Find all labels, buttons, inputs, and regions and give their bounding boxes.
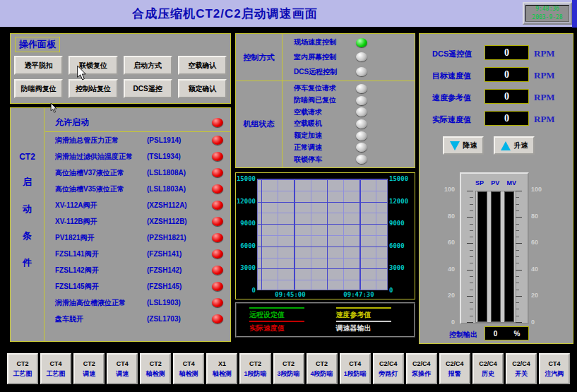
legend-line	[336, 321, 391, 322]
speed-unit: RPM	[534, 48, 555, 59]
speed-value-display: 0	[484, 45, 529, 60]
startup-conditions-list: 允许启动 润滑油总管压力正常 (PSL1914) 润滑油过滤供油温度正常 (TS…	[45, 108, 230, 341]
legend-label: 调速器输出	[336, 323, 405, 333]
speed-trend-chart: 15000120009000600030000 1500012000900060…	[235, 172, 415, 299]
nav-button[interactable]: CT4 工艺图	[40, 353, 71, 384]
gauge-scale-label: 80	[448, 213, 455, 220]
gauge-column-label: SP	[475, 179, 484, 186]
unit-status-label: 机组状态	[236, 81, 282, 167]
condition-label: 润滑油过滤供油温度正常	[55, 152, 147, 162]
status-label: 联锁停车	[294, 155, 356, 165]
nav-button[interactable]: C2/C4 开关	[506, 353, 537, 384]
legend-label: 速度参考值	[336, 310, 405, 320]
x-axis-tick: 09:47:30	[334, 291, 383, 298]
status-lamp	[356, 84, 367, 93]
operation-button[interactable]: 启动方式	[124, 56, 172, 75]
nav-button[interactable]: C2/C4 历史	[472, 353, 504, 384]
y-axis-tick: 0	[389, 287, 393, 294]
gauge-scale-label: 0	[531, 319, 535, 326]
speed-up-button[interactable]: 升速	[494, 136, 535, 155]
nav-button[interactable]: CT2 工艺图	[7, 353, 38, 384]
gauge-scale-label: 100	[444, 186, 455, 193]
operation-button[interactable]: 空载确认	[178, 56, 227, 75]
nav-button[interactable]: C2/C4 报警	[439, 353, 470, 384]
nav-button[interactable]: CT2 调速	[73, 353, 105, 384]
gauge-scale-label: 100	[531, 186, 542, 193]
nav-button[interactable]: CT4 1段防喘	[340, 353, 371, 384]
nav-button[interactable]: CT4 轴检测	[173, 353, 204, 384]
nav-button-unit: CT4	[549, 360, 561, 367]
status-lamp	[212, 184, 223, 194]
speed-down-button[interactable]: 降速	[443, 136, 484, 155]
unit-status-row: 联锁停车	[282, 155, 413, 165]
nav-button-unit: X1	[218, 360, 226, 367]
title-bar: 合成压缩机CT2/C2启动调速画面 9:48:36 2003-9-28	[0, 0, 577, 27]
nav-button-unit: CT4	[183, 360, 195, 367]
operation-panel: 操作面板 透平脱扣 联锁复位 启动方式 空载确认 防喘阀复位 控制站复位 DCS…	[10, 33, 231, 104]
nav-button[interactable]: CT2 轴检测	[140, 353, 171, 384]
nav-button[interactable]: CT4 注汽阀	[539, 353, 570, 384]
nav-button[interactable]: C2/C4 旁路灯	[373, 353, 404, 384]
condition-row: 润滑油高位槽液位正常 (LSL1903)	[45, 295, 230, 311]
gauge-scale-label: 20	[448, 292, 455, 299]
nav-button[interactable]: X1 轴检测	[206, 353, 237, 384]
operation-button[interactable]: 额定确认	[178, 79, 227, 98]
condition-row: XV-112A阀开 (XZSH112A)	[45, 197, 230, 213]
gauge-bar-pv	[491, 191, 501, 322]
operation-button[interactable]: 透平脱扣	[14, 56, 63, 75]
nav-button[interactable]: CT2 4段防喘	[307, 353, 338, 384]
nav-button-page: 报警	[448, 369, 461, 379]
condition-label: 润滑油总管压力正常	[55, 136, 147, 145]
edge-stripe	[572, 0, 577, 28]
operation-button[interactable]: 控制站复位	[69, 79, 117, 98]
status-lamp	[356, 131, 367, 141]
nav-button-unit: C2/C4	[379, 360, 398, 367]
legend-item: 调速器输出	[336, 321, 405, 334]
control-output-label: 控制输出	[449, 330, 477, 340]
control-mode-row: 室内屏幕控制	[282, 52, 413, 62]
gauge-ticks-left	[467, 191, 473, 323]
nav-button-page: 1段防喘	[244, 369, 266, 379]
operation-button[interactable]: 防喘阀复位	[14, 79, 63, 98]
condition-row: FZSL145阀开 (FZSH145)	[45, 278, 230, 295]
gauge-ticks-right	[516, 191, 522, 323]
speed-up-label: 升速	[514, 141, 528, 150]
status-lamp	[212, 266, 223, 275]
nav-button-page: 历史	[482, 369, 494, 379]
nav-button-page: 开关	[515, 369, 528, 379]
nav-button[interactable]: CT4 调速	[107, 353, 138, 384]
nav-button[interactable]: CT2 1段防喘	[239, 353, 270, 384]
y-axis-tick: 6000	[240, 242, 256, 249]
condition-row: PV1821阀开 (PZSH1821)	[45, 230, 230, 246]
y-axis-tick: 6000	[389, 242, 405, 249]
condition-label: 润滑油高位槽液位正常	[55, 298, 147, 308]
nav-button-page: 注汽阀	[545, 369, 564, 379]
allow-start-row: 允许启动	[45, 114, 230, 132]
condition-label: 高位油槽V37液位正常	[55, 168, 147, 178]
status-lamp	[212, 168, 223, 177]
legend-item: 远程设定值	[249, 307, 318, 321]
status-lamp	[212, 152, 223, 161]
condition-tag: (LSL1803A)	[147, 185, 212, 193]
nav-button-page: 1段防喘	[344, 369, 367, 379]
condition-label: PV1821阀开	[55, 233, 147, 243]
condition-tag: (FZSH142)	[147, 266, 212, 274]
status-lamp	[212, 118, 223, 127]
status-lamp	[356, 155, 367, 164]
operation-button[interactable]: DCS遥控	[124, 79, 172, 98]
nav-button[interactable]: CT2 3段防喘	[273, 353, 304, 384]
speed-unit: RPM	[534, 92, 555, 103]
chart-legend: 远程设定值 速度参考值 实际速度值 调速器输出	[235, 302, 415, 338]
clock-date: 2003-9-28	[532, 13, 562, 22]
gauge-scale-label: 80	[531, 213, 538, 220]
startup-conditions-side-label: CT2 启 动 条 件	[11, 108, 44, 341]
gauge-bar-mv	[504, 191, 514, 322]
nav-button-page: 泵操作	[412, 369, 431, 379]
nav-button[interactable]: C2/C4 泵操作	[406, 353, 437, 384]
plot-area	[257, 179, 388, 290]
status-lamp	[356, 143, 367, 152]
operation-button[interactable]: 联锁复位	[69, 56, 117, 75]
y-axis-tick: 15000	[389, 175, 408, 182]
unit-status-row: 防喘阀已复位	[282, 95, 413, 105]
gauge-scale-label: 0	[451, 319, 455, 326]
